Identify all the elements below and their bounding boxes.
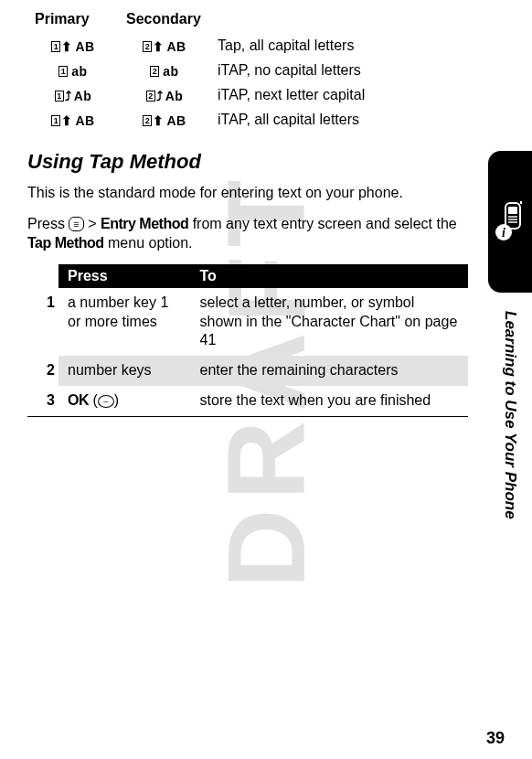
mode-icon: 2⤴Ab (146, 89, 184, 103)
side-tab: i (488, 151, 532, 293)
col-secondary: Secondary (119, 9, 210, 33)
table-row: 1 a number key 1 or more times select a … (27, 288, 468, 356)
text-modes-table: Primary Secondary 1⬆AB 2⬆AB Tap, all cap… (27, 9, 468, 132)
intro-paragraph: This is the standard mode for entering t… (27, 183, 468, 203)
mode-desc: iTAP, all capital letters (210, 107, 468, 132)
mode-icon: 1⬆AB (51, 113, 94, 128)
softkey-icon: – (98, 395, 114, 408)
page-number: 39 (486, 729, 505, 748)
mode-desc: Tap, all capital letters (210, 33, 468, 58)
table-row: 3 OK (–) store the text when you are fin… (27, 386, 468, 416)
mode-icon: 1⤴Ab (55, 89, 92, 103)
table-row: 2 number keys enter the remaining charac… (27, 356, 468, 386)
col-primary: Primary (27, 9, 119, 33)
mode-icon: 2ab (150, 64, 178, 79)
side-section-label: Learning to Use Your Phone (501, 311, 519, 519)
press-paragraph: Press ≡ > Entry Method from any text ent… (27, 214, 468, 253)
menu-key-icon: ≡ (69, 217, 83, 231)
mode-icon: 1⬆AB (51, 39, 94, 54)
mode-desc: iTAP, no capital letters (210, 58, 468, 82)
section-heading: Using Tap Method (27, 150, 468, 174)
mode-icon: 2⬆AB (143, 113, 186, 128)
svg-text:i: i (502, 226, 505, 240)
instructions-table: Press To 1 a number key 1 or more times … (27, 264, 468, 417)
mode-icon: 1ab (59, 64, 87, 79)
col-to: To (191, 264, 468, 288)
mode-icon: 2⬆AB (143, 39, 186, 54)
svg-rect-1 (508, 207, 517, 214)
mode-desc: iTAP, next letter capital (210, 82, 468, 107)
col-press: Press (59, 264, 191, 288)
phone-info-icon: i (495, 201, 526, 243)
